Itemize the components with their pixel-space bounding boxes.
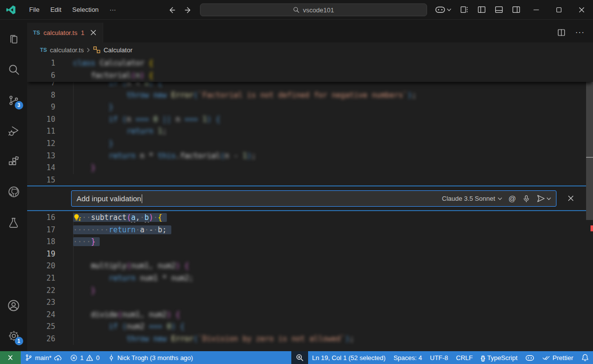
accounts-button[interactable] [2,290,26,321]
branch-status[interactable]: main* [21,351,66,364]
close-tab-icon[interactable] [90,29,97,36]
code-line-12[interactable]: 12 } [27,138,586,150]
code-line-9[interactable]: 9 } [27,101,586,113]
inline-chat-input[interactable]: Add input validation Claude 3.5 Sonnet @ [71,190,556,207]
code-editor[interactable]: 7 if (n < 0) {8 throw new Error(`Factori… [27,57,593,351]
code-line-21[interactable]: 21 return num1 * num2; [27,272,586,285]
sidebar-item-search[interactable] [2,54,26,85]
warning-icon [86,354,93,362]
close-window-button[interactable] [570,0,593,20]
sidebar-item-run-debug[interactable] [2,115,26,146]
breadcrumb: TS calculator.ts Calculator [27,42,593,57]
title-bar-right [431,0,593,20]
line-number: 11 [27,125,55,138]
code-text: } [73,162,95,174]
title-bar: File Edit Selection ··· vscode101 [0,0,593,20]
code-line-13[interactable]: 13 return n * this.factorial(n - 1); [27,150,586,162]
source-control-badge: 3 [15,101,23,109]
menu-file[interactable]: File [25,4,44,15]
sidebar-item-extensions[interactable] [2,146,26,177]
code-line-8[interactable]: 8 throw new Error(`Factorial is not defi… [27,89,586,102]
code-line-15[interactable]: 15 [27,174,586,186]
chevron-down-icon [498,197,502,200]
language-mode-status[interactable]: {} TypeScript [477,351,522,364]
mic-icon[interactable] [522,195,530,203]
notifications-bell[interactable] [577,351,593,364]
code-line-10[interactable]: 10 if (n === 0 || n === 1) { [27,113,586,126]
git-blame-status[interactable]: Nick Trogh (3 months ago) [104,351,197,364]
close-inline-chat-icon[interactable] [567,195,574,202]
command-center-group: vscode101 [166,0,427,20]
code-line-11[interactable]: 11 return 1; [27,125,586,138]
vscode-logo-icon [5,4,17,16]
code-line-18[interactable]: 18····} [27,236,586,248]
code-line-26[interactable]: 26 throw new Error(`Division by zero is … [27,333,586,345]
code-line-25[interactable]: 25 if (num2 === 0) { [27,321,586,333]
line-number: 17 [27,224,55,236]
tab-calculator-ts[interactable]: TS calculator.ts 1 [27,23,103,42]
cursor-position-status[interactable]: Ln 19, Col 1 (52 selected) [308,351,390,364]
code-line-1[interactable]: 1class Calculator { [27,57,593,70]
encoding-status[interactable]: UTF-8 [426,351,452,364]
code-text: throw new Error(`Division by zero is not… [73,333,354,345]
go-back-icon[interactable] [166,4,177,15]
eol-status[interactable]: CRLF [452,351,477,364]
command-center-search[interactable]: vscode101 [200,3,427,16]
error-count: 1 [80,354,83,362]
sticky-scroll[interactable]: 1class Calculator {6 factorial(n) { [27,57,593,82]
split-editor-icon[interactable] [554,23,569,42]
formatter-status[interactable]: Prettier [538,351,577,364]
zoom-in-icon [296,354,304,362]
minimize-button[interactable] [525,0,548,20]
menu-selection[interactable]: Selection [68,4,103,15]
overview-cursor-marker [586,157,593,158]
go-forward-icon[interactable] [183,4,194,15]
send-button[interactable] [537,194,551,203]
sidebar-item-testing[interactable] [2,207,26,238]
model-picker[interactable]: Claude 3.5 Sonnet [442,195,502,202]
beaker-icon [7,217,20,229]
toggle-primary-sidebar-button[interactable] [473,0,490,20]
code-line-22[interactable]: 22 } [27,285,586,297]
command-center-text: vscode101 [303,6,334,14]
copilot-status[interactable] [521,351,538,364]
copilot-icon [525,354,534,362]
overview-error-marker [591,225,593,231]
code-line-19[interactable]: 19 [27,248,586,260]
copilot-lightbulb-icon[interactable] [73,213,82,222]
model-picker-label: Claude 3.5 Sonnet [442,195,495,202]
code-line-16[interactable]: 16 ··subtract(a,·b)·{ [27,212,586,224]
code-line-6[interactable]: 6 factorial(n) { [27,70,593,82]
code-line-20[interactable]: 20 multiply(num1, num2) { [27,260,586,272]
customize-layout-button[interactable] [456,0,473,20]
typescript-file-icon: TS [33,30,40,36]
status-bar: main* 1 0 Nick Trogh (3 months ago) Ln 1… [0,351,593,364]
problems-status[interactable]: 1 0 [66,351,103,364]
sidebar-item-explorer[interactable] [2,24,26,54]
menu-edit[interactable]: Edit [46,4,66,15]
code-line-23[interactable]: 23 [27,296,586,309]
tab-problem-count: 1 [81,29,84,36]
indentation-status[interactable]: Spaces: 4 [390,351,426,364]
maximize-button[interactable] [548,0,570,20]
more-actions-icon[interactable]: ··· [572,23,588,42]
copilot-menu-button[interactable] [431,0,456,20]
code-text: class Calculator { [73,57,154,70]
status-bar-left: main* 1 0 Nick Trogh (3 months ago) [0,351,197,364]
toggle-secondary-sidebar-button[interactable] [508,0,525,20]
code-line-17[interactable]: 17········return·a·-·b; [27,224,586,236]
menu-more[interactable]: ··· [105,4,120,15]
remote-indicator[interactable] [0,351,21,364]
sidebar-item-github[interactable] [2,177,26,207]
code-line-24[interactable]: 24 divide(num1, num2) { [27,309,586,321]
code-line-14[interactable]: 14 } [27,162,586,174]
sidebar-item-source-control[interactable]: 3 [2,85,26,115]
breadcrumb-symbol[interactable]: Calculator [104,46,133,54]
toggle-panel-button[interactable] [490,0,508,20]
zoom-indicator[interactable] [291,351,308,364]
settings-button[interactable]: 1 [2,321,26,351]
code-text: ··subtract(a,·b)·{ [73,212,167,224]
attach-context-button[interactable]: @ [509,194,516,203]
breadcrumb-file[interactable]: calculator.ts [50,46,84,54]
vertical-scrollbar[interactable] [586,81,593,220]
